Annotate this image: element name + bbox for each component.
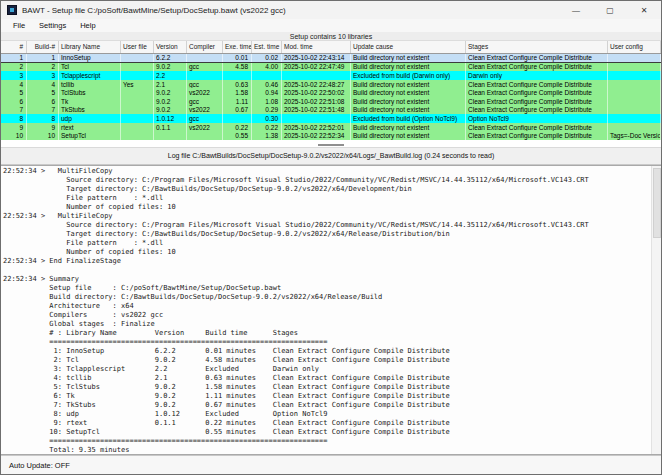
column-header-build[interactable]: Build-# (27, 41, 59, 53)
cell-compiler: gcc (187, 97, 223, 106)
cell-mod-time (282, 71, 351, 80)
cell-mod-time: 2025-10-02 22:50:02 (282, 88, 351, 97)
cell-est-time: 1.08 (252, 97, 282, 106)
splitter-handle-icon[interactable] (318, 144, 344, 146)
cell-est-time (252, 71, 282, 80)
log-scrollbar-thumb[interactable] (653, 168, 661, 238)
cell-user-config: Tags=-Doc Version=9.0 (608, 131, 661, 140)
log-area[interactable]: 22:52:34 > MultiFileCopy Source director… (1, 165, 661, 455)
cell-update-cause: Build directory not existent (351, 106, 466, 115)
cell-version: 9.0.2 (154, 106, 187, 115)
cell-stages: Clean Extract Configure Compile Distribu… (466, 80, 608, 89)
cell-mod-time: 2025-10-02 22:52:34 (282, 131, 351, 140)
cell-build: 1 (27, 54, 59, 62)
cell-version: 0.1.1 (154, 123, 187, 132)
column-header-compiler[interactable]: Compiler (187, 41, 223, 53)
cell-library-name: TkStubs (59, 106, 121, 115)
cell-user-config (608, 63, 661, 72)
cell-col: 4 (1, 80, 27, 89)
cell-stages: Option NoTcl9 (466, 114, 608, 123)
cell-col: 6 (1, 97, 27, 106)
cell-stages: Clean Extract Configure Compile Distribu… (466, 88, 608, 97)
table-row-tk[interactable]: 66Tk9.0.2gcc1.111.082025-10-02 22:51:08B… (1, 97, 661, 106)
column-header-stages[interactable]: Stages (466, 41, 608, 53)
cell-compiler (187, 54, 223, 62)
table-row-setuptcl[interactable]: 1010SetupTcl0.551.382025-10-02 22:52:34B… (1, 131, 661, 140)
cell-update-cause: Build directory not existent (351, 123, 466, 132)
cell-exe-time: 0.01 (223, 54, 252, 62)
cell-stages: Clean Extract Configure Compile Distribu… (466, 131, 608, 140)
cell-update-cause: Build directory not existent (351, 80, 466, 89)
cell-user-file (121, 131, 154, 140)
auto-update-status: Auto Update: OFF (9, 461, 70, 470)
cell-update-cause: Build directory not existent (351, 88, 466, 97)
cell-exe-time: 1.58 (223, 88, 252, 97)
cell-mod-time: 2025-10-02 22:48:27 (282, 80, 351, 89)
cell-stages: Clean Extract Configure Compile Distribu… (466, 123, 608, 132)
menu-bar: FileSettingsHelp (1, 19, 661, 32)
cell-version: 1.0.12 (154, 114, 187, 123)
info-bar: Setup contains 10 libraries (1, 32, 661, 41)
cell-exe-time: 0.63 (223, 80, 252, 89)
column-header-version[interactable]: Version (154, 41, 187, 53)
table-row-tclapplescript[interactable]: 33Tclapplescript2.2Excluded from build (… (1, 71, 661, 80)
table-row-tclstubs[interactable]: 55TclStubs9.0.2vs20221.580.942025-10-02 … (1, 88, 661, 97)
cell-exe-time (223, 71, 252, 80)
cell-compiler: vs2022 (187, 88, 223, 97)
table-row-tkstubs[interactable]: 77TkStubs9.0.2vs20220.670.292025-10-02 2… (1, 106, 661, 115)
column-header-col[interactable]: # (1, 41, 27, 53)
cell-compiler (187, 131, 223, 140)
cell-compiler (187, 71, 223, 80)
menu-item-file[interactable]: File (6, 21, 32, 30)
cell-library-name: Tclapplescript (59, 71, 121, 80)
cell-build: 9 (27, 123, 59, 132)
maximize-icon[interactable]: ▢ (593, 1, 627, 19)
library-table-body: 11InnoSetup6.2.20.010.022025-10-02 22:43… (1, 54, 661, 140)
cell-version: 9.0.2 (154, 88, 187, 97)
cell-build: 2 (27, 63, 59, 72)
column-header-est-time[interactable]: Est. time (252, 41, 282, 53)
table-row-innosetup[interactable]: 11InnoSetup6.2.20.010.022025-10-02 22:43… (1, 54, 661, 63)
cell-stages: Clean Extract Configure Compile Distribu… (466, 54, 608, 62)
pane-splitter (1, 140, 661, 147)
window-controls: — ▢ ✕ (559, 1, 661, 19)
table-row-udp[interactable]: 88udp1.0.12gcc0.30Excluded from build (O… (1, 114, 661, 123)
column-header-user-file[interactable]: User file (121, 41, 154, 53)
column-header-update-cause[interactable]: Update cause (351, 41, 466, 53)
cell-library-name: Tcl (59, 63, 121, 72)
cell-library-name: SetupTcl (59, 131, 121, 140)
window-title: BAWT - Setup file C:/poSoft/BawtMine/Set… (22, 6, 559, 15)
menu-item-help[interactable]: Help (73, 21, 102, 30)
cell-library-name: tcllib (59, 80, 121, 89)
log-scrollbar[interactable] (651, 166, 661, 454)
cell-col: 5 (1, 88, 27, 97)
cell-version (154, 131, 187, 140)
cell-user-config (608, 97, 661, 106)
library-count-text: Setup contains 10 libraries (290, 33, 373, 40)
cell-user-file: Yes (121, 80, 154, 89)
close-icon[interactable]: ✕ (627, 1, 661, 19)
column-header-mod-time[interactable]: Mod. time (282, 41, 351, 53)
cell-mod-time: 2025-10-02 22:51:48 (282, 106, 351, 115)
cell-col: 10 (1, 131, 27, 140)
cell-user-config (608, 114, 661, 123)
table-header-row: #Build-#Library NameUser fileVersionComp… (1, 41, 661, 54)
cell-compiler: vs2022 (187, 106, 223, 115)
status-bar: Auto Update: OFF (1, 455, 661, 474)
cell-est-time: 0.46 (252, 80, 282, 89)
column-header-library-name[interactable]: Library Name (59, 41, 121, 53)
cell-build: 4 (27, 80, 59, 89)
log-file-label: Log file C:/BawtBuilds/DocSetup/DocSetup… (168, 152, 494, 159)
menu-item-settings[interactable]: Settings (32, 21, 73, 30)
column-header-user-config[interactable]: User config (608, 41, 661, 53)
cell-compiler: vs2022 (187, 123, 223, 132)
cell-user-config (608, 123, 661, 132)
cell-stages: Clean Extract Configure Compile Distribu… (466, 106, 608, 115)
minimize-icon[interactable]: — (559, 1, 593, 19)
table-row-tcl[interactable]: 22Tcl9.0.2gcc4.584.002025-10-02 22:47:49… (1, 63, 661, 72)
log-text: 22:52:34 > MultiFileCopy Source director… (1, 166, 661, 455)
table-row-rtext[interactable]: 99rtext0.1.1vs20220.220.222025-10-02 22:… (1, 123, 661, 132)
table-row-tcllib[interactable]: 44tcllibYes2.1gcc0.630.462025-10-02 22:4… (1, 80, 661, 89)
title-bar[interactable]: BAWT - Setup file C:/poSoft/BawtMine/Set… (1, 1, 661, 19)
column-header-exe-time[interactable]: Exe. time (223, 41, 252, 53)
